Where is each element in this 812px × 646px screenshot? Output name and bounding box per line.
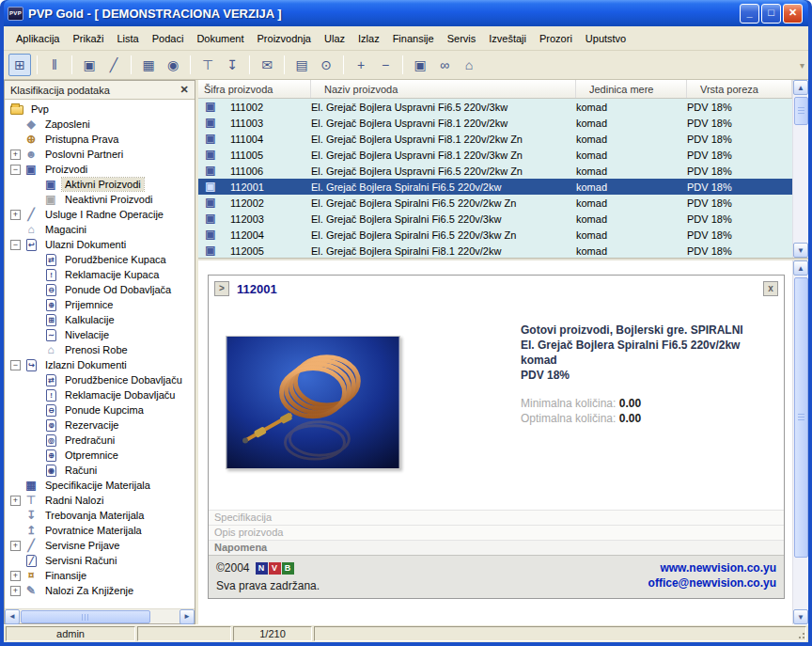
tree-item-ponude-kupcima[interactable]: ⊖Ponude Kupcima xyxy=(5,402,195,418)
collapse-icon[interactable]: − xyxy=(10,360,21,370)
expand-detail-button[interactable]: > xyxy=(214,281,229,296)
scroll-up-icon[interactable]: ▲ xyxy=(793,80,808,95)
classification-tree-button[interactable]: ⊞ xyxy=(8,54,31,76)
tree-item-izlazni-dokumenti[interactable]: −↪Izlazni Dokumenti xyxy=(5,357,195,372)
minimize-button[interactable]: _ xyxy=(740,4,759,24)
column-header-tax[interactable]: Vrsta poreza xyxy=(687,80,792,98)
section-note[interactable]: Napomena xyxy=(209,540,784,555)
tree-item-reklamacije-dobavlja-u[interactable]: !Reklamacije Dobavljaču xyxy=(5,387,195,402)
table-row[interactable]: ▣112003El. Grejač Bojlera Spiralni Fi6.5… xyxy=(198,211,792,227)
menu-item-uputstvo[interactable]: Uputstvo xyxy=(579,30,632,47)
column-header-code[interactable]: Šifra proizvoda xyxy=(198,80,311,98)
scroll-down-icon[interactable]: ▼ xyxy=(793,243,808,258)
table-row[interactable]: ▣111006El. Grejač Bojlera Uspravni Fi6.5… xyxy=(198,163,792,179)
bolt-up-button[interactable]: ⊤ xyxy=(196,54,219,76)
fax-button[interactable]: ✉ xyxy=(256,54,278,76)
tree-item-magacini[interactable]: ⌂Magacini xyxy=(5,222,195,237)
tree-item-aktivni-proizvodi[interactable]: ▣Aktivni Proizvodi xyxy=(5,177,195,192)
remove-button[interactable]: − xyxy=(374,54,397,76)
tree-item-poslovni-partneri[interactable]: +☻Poslovni Partneri xyxy=(5,147,195,162)
table-row[interactable]: ▣112002El. Grejač Bojlera Spiralni Fi6.5… xyxy=(198,195,792,211)
services-button[interactable]: ╱ xyxy=(102,54,125,76)
tree-item-trebovanja-materijala[interactable]: ↧Trebovanja Materijala xyxy=(5,508,195,523)
table-row[interactable]: ▣111005El. Grejač Bojlera Uspravni Fi8.1… xyxy=(198,147,792,163)
tree-item-proizvodi[interactable]: −▣Proizvodi xyxy=(5,162,195,177)
tree-item-ra-uni[interactable]: ◉Računi xyxy=(5,463,195,478)
scroll-down-icon[interactable]: ▼ xyxy=(793,609,808,624)
section-specification[interactable]: Specifikacija xyxy=(209,510,784,525)
menu-item-izve-taji[interactable]: Izveštaji xyxy=(482,30,533,47)
expand-icon[interactable]: + xyxy=(10,150,21,160)
table-row[interactable]: ▣111004El. Grejač Bojlera Uspravni Fi8.1… xyxy=(198,131,792,147)
tree-item-servisni-ra-uni[interactable]: ╱Servisni Računi xyxy=(5,553,195,568)
detail-vertical-scrollbar[interactable]: ▲ ▼ xyxy=(792,260,808,624)
tree-item-zaposleni[interactable]: ◆Zaposleni xyxy=(5,117,195,132)
expand-icon[interactable]: + xyxy=(10,210,21,220)
column-header-name[interactable]: Naziv proizvoda xyxy=(311,80,576,98)
menu-item-prozori[interactable]: Prozori xyxy=(533,30,579,47)
tree-item-prenosi-robe[interactable]: ⌂Prenosi Robe xyxy=(5,342,195,357)
package-button[interactable]: ▣ xyxy=(409,54,431,76)
expand-icon[interactable]: + xyxy=(10,496,21,506)
collapse-icon[interactable]: − xyxy=(10,165,21,175)
bolt-down-button[interactable]: ↧ xyxy=(221,54,243,76)
menu-item-dokument[interactable]: Dokument xyxy=(190,30,250,47)
scroll-thumb[interactable] xyxy=(794,97,808,125)
employees-button[interactable]: ‖ xyxy=(43,54,66,76)
tree-item-radni-nalozi[interactable]: +⊤Radni Nalozi xyxy=(5,493,195,508)
tree-item-ulazni-dokumenti[interactable]: −↩Ulazni Dokumenti xyxy=(5,237,195,252)
tree-item-pvp[interactable]: Pvp xyxy=(5,102,195,117)
email-link[interactable]: office@newvision.co.yu xyxy=(648,575,776,591)
tree-item-porud-benice-dobavlja-u[interactable]: ⇄Porudžbenice Dobavljaču xyxy=(5,372,195,387)
add-button[interactable]: + xyxy=(350,54,372,76)
tree-item-finansije[interactable]: +¤Finansije xyxy=(5,568,195,583)
find-button[interactable]: ∞ xyxy=(433,54,456,76)
tree-item-porud-benice-kupaca[interactable]: ⇄Porudžbenice Kupaca xyxy=(5,252,195,267)
detail-close-button[interactable]: x xyxy=(763,281,778,296)
record-button[interactable]: ◉ xyxy=(162,54,184,76)
scroll-up-icon[interactable]: ▲ xyxy=(793,260,808,276)
menu-item-aplikacija[interactable]: Aplikacija xyxy=(9,30,66,47)
menu-item-prika-i[interactable]: Prikaži xyxy=(66,30,110,47)
products-button[interactable]: ▣ xyxy=(78,54,101,76)
scroll-left-icon[interactable]: ◄ xyxy=(5,609,20,624)
menu-item-servis[interactable]: Servis xyxy=(441,30,483,47)
table-row[interactable]: ▣111003El. Grejač Bojlera Uspravni Fi8.1… xyxy=(198,115,792,131)
menu-item-podaci[interactable]: Podaci xyxy=(146,30,191,47)
tree-item-servisne-prijave[interactable]: +╱Servisne Prijave xyxy=(5,538,195,553)
tree-item-nivelacije[interactable]: ∼Nivelacije xyxy=(5,327,195,342)
section-description[interactable]: Opis proizvoda xyxy=(209,525,784,540)
tree-item-nalozi-za-knji-enje[interactable]: +✎Nalozi Za Knjiženje xyxy=(5,583,195,598)
tree-item-prijemnice[interactable]: ⊕Prijemnice xyxy=(5,297,195,312)
expand-icon[interactable]: + xyxy=(10,571,21,581)
tree-item-specifikacije-materijala[interactable]: ▦Specifikacije Materijala xyxy=(5,478,195,493)
tree-item-neaktivni-proizvodi[interactable]: ▣Neaktivni Proizvodi xyxy=(5,192,195,207)
tree-item-usluge-i-radne-operacije[interactable]: +╱Usluge I Radne Operacije xyxy=(5,207,195,222)
tree-item-kalkulacije[interactable]: ⊞Kalkulacije xyxy=(5,312,195,327)
table-row[interactable]: ▣112005El. Grejač Bojlera Spiralni Fi8.1… xyxy=(198,243,792,258)
resize-grip[interactable] xyxy=(796,630,805,639)
print-button[interactable]: ▤ xyxy=(290,54,313,76)
menu-item-ulaz[interactable]: Ulaz xyxy=(318,30,351,47)
collapse-icon[interactable]: − xyxy=(10,240,21,250)
expand-icon[interactable]: + xyxy=(10,586,21,596)
tree-item-pristupna-prava[interactable]: ⊕Pristupna Prava xyxy=(5,132,195,147)
tree-item-ponude-od-dobavlja-a[interactable]: ⊖Ponude Od Dobavljača xyxy=(5,282,195,297)
table-row[interactable]: ▣112001El. Grejač Bojlera Spiralni Fi6.5… xyxy=(198,179,792,195)
maximize-button[interactable]: □ xyxy=(761,4,781,24)
table-vertical-scrollbar[interactable]: ▲ ▼ xyxy=(792,80,808,258)
website-link[interactable]: www.newvision.co.yu xyxy=(648,560,776,575)
windows-button[interactable]: ▦ xyxy=(137,54,160,76)
tree-item-predra-uni[interactable]: ◎Predračuni xyxy=(5,433,195,448)
menu-item-izlaz[interactable]: Izlaz xyxy=(351,30,386,47)
scroll-thumb[interactable] xyxy=(794,277,808,558)
toolbar-overflow-icon[interactable]: ▾ xyxy=(800,60,804,71)
panel-close-icon[interactable]: ✕ xyxy=(178,84,191,97)
menu-item-finansije[interactable]: Finansije xyxy=(386,30,441,47)
menu-item-lista[interactable]: Lista xyxy=(110,30,145,47)
tree-item-reklamacije-kupaca[interactable]: !Reklamacije Kupaca xyxy=(5,267,195,282)
table-row[interactable]: ▣111002El. Grejač Bojlera Uspravni Fi6.5… xyxy=(198,99,792,115)
tree-item-otpremnice[interactable]: ⊕Otpremnice xyxy=(5,448,195,463)
home-button[interactable]: ⌂ xyxy=(458,54,480,76)
table-row[interactable]: ▣112004El. Grejač Bojlera Spiralni Fi6.5… xyxy=(198,227,792,243)
